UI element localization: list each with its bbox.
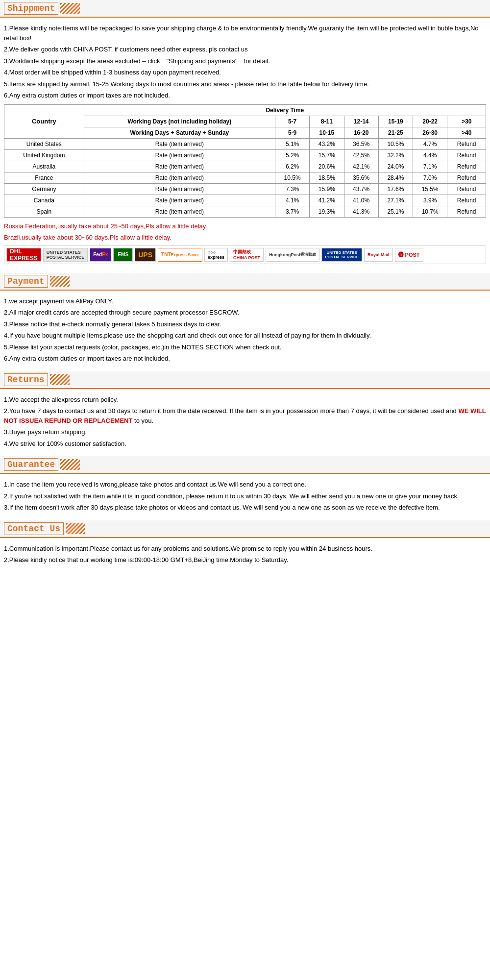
table-col2-26-30: 26-30 <box>413 127 447 138</box>
table-cell-val: 15.9% <box>310 183 344 195</box>
table-col2-40plus: >40 <box>447 127 486 138</box>
table-row: SpainRate (item arrived)3.7%19.3%41.3%25… <box>4 206 486 217</box>
table-cell-val: 3.9% <box>413 195 447 206</box>
table-cell-rate: Rate (item arrived) <box>84 172 275 183</box>
table-cell-val: 42.1% <box>344 161 378 172</box>
table-header-country: Country <box>4 104 84 138</box>
table-cell-rate: Rate (item arrived) <box>84 149 275 161</box>
payment-point-1: 1.we accept payment via AliPay ONLY. <box>4 296 486 306</box>
table-row: AustraliaRate (item arrived)6.2%20.6%42.… <box>4 161 486 172</box>
russia-note: Russia Federation,usually take about 25~… <box>4 221 486 231</box>
table-col-20-22: 20-22 <box>413 116 447 127</box>
returns-point-3: 3.Buyer pays return shipping. <box>4 427 486 437</box>
table-cell-val: Refund <box>447 206 486 217</box>
shippment-point-3: 3.Worldwide shipping except the areas ex… <box>4 56 486 66</box>
contact-title: Contact Us <box>4 522 64 535</box>
returns-point-4: 4.We strive for 100% customer satisfacti… <box>4 439 486 449</box>
payment-point-5: 5.Please list your special requests (col… <box>4 343 486 352</box>
table-col-rate-label: Working Days (not including holiday) <box>84 116 275 127</box>
table-cell-val: 5.2% <box>275 149 309 161</box>
table-row: GermanyRate (item arrived)7.3%15.9%43.7%… <box>4 183 486 195</box>
table-col2-16-20: 16-20 <box>344 127 378 138</box>
table-header-delivery-time: Delivery Time <box>84 104 486 116</box>
hkpost-logo: HongkongPost香港郵政 <box>266 248 319 262</box>
table-cell-val: 36.5% <box>344 138 378 149</box>
shippment-deco <box>60 3 80 14</box>
contact-point-1: 1.Communication is important.Please cont… <box>4 544 486 554</box>
shippment-title: Shippment <box>4 2 58 15</box>
table-cell-rate: Rate (item arrived) <box>84 183 275 195</box>
table-cell-val: 10.5% <box>378 138 413 149</box>
payment-point-3: 3.Please notice that e-check normally ge… <box>4 319 486 329</box>
table-cell-val: 5.1% <box>275 138 309 149</box>
payment-deco <box>50 276 70 287</box>
table-cell-country: Germany <box>4 183 84 195</box>
table-cell-val: 28.4% <box>378 172 413 183</box>
delivery-table: Country Delivery Time Working Days (not … <box>4 104 486 218</box>
guarantee-title: Guarantee <box>4 458 58 471</box>
table-cell-val: Refund <box>447 161 486 172</box>
table-col2-5-9: 5-9 <box>275 127 309 138</box>
table-col-5-7: 5-7 <box>275 116 309 127</box>
table-row: United StatesRate (item arrived)5.1%43.2… <box>4 138 486 149</box>
table-cell-val: Refund <box>447 183 486 195</box>
table-cell-val: 3.7% <box>275 206 309 217</box>
usps-logo: UNITED STATESPOSTAL SERVICE <box>43 248 88 262</box>
brazil-note: Brazil,usually take about 30~60 days.Pls… <box>4 233 486 243</box>
table-cell-country: Australia <box>4 161 84 172</box>
table-cell-rate: Rate (item arrived) <box>84 206 275 217</box>
table-cell-val: 17.6% <box>378 183 413 195</box>
table-cell-val: 41.2% <box>310 195 344 206</box>
table-cell-country: United Kingdom <box>4 149 84 161</box>
table-cell-val: Refund <box>447 195 486 206</box>
table-cell-country: Canada <box>4 195 84 206</box>
table-cell-val: 4.7% <box>413 138 447 149</box>
table-row: United KingdomRate (item arrived)5.2%15.… <box>4 149 486 161</box>
table-cell-val: 6.2% <box>275 161 309 172</box>
guarantee-point-1: 1.In case the item you received is wrong… <box>4 480 486 490</box>
table-cell-country: France <box>4 172 84 183</box>
guarantee-header: Guarantee <box>0 456 490 474</box>
contact-header: Contact Us <box>0 520 490 538</box>
payment-point-6: 6.Any extra custom duties or import taxe… <box>4 354 486 364</box>
payment-title: Payment <box>4 275 48 288</box>
returns-point-1: 1.We accept the aliexpress return policy… <box>4 395 486 405</box>
guarantee-point-3: 3.If the item doesn't work after 30 days… <box>4 503 486 513</box>
table-cell-val: Refund <box>447 149 486 161</box>
returns-header: Returns <box>0 371 490 389</box>
guarantee-point-2: 2.If you're not satisfied with the item … <box>4 491 486 501</box>
uspostal-logo: UNITED STATESPOSTAL SERVICE <box>321 248 362 262</box>
table-cell-val: 7.1% <box>413 161 447 172</box>
tnt-logo: TNTExpress Saver <box>158 248 202 262</box>
table-cell-val: 41.3% <box>344 206 378 217</box>
returns-deco <box>50 374 70 385</box>
returns-content: 1.We accept the aliexpress return policy… <box>0 393 490 457</box>
table-row: FranceRate (item arrived)10.5%18.5%35.6%… <box>4 172 486 183</box>
auspost-logo: 🅐 POST <box>395 248 423 262</box>
table-cell-val: 43.7% <box>344 183 378 195</box>
table-cell-val: 35.6% <box>344 172 378 183</box>
payment-content: 1.we accept payment via AliPay ONLY. 2.A… <box>0 294 490 371</box>
guarantee-section: Guarantee 1.In case the item you receive… <box>0 456 490 520</box>
table-cell-val: Refund <box>447 172 486 183</box>
cainiao-logo: ○○○express <box>204 248 228 262</box>
table-cell-val: 7.3% <box>275 183 309 195</box>
payment-section: Payment 1.we accept payment via AliPay O… <box>0 273 490 371</box>
table-cell-val: 20.6% <box>310 161 344 172</box>
ups-logo: UPS <box>135 248 156 262</box>
table-cell-val: 15.7% <box>310 149 344 161</box>
shippment-section: Shippment 1.Please kindly note:Items wil… <box>0 0 490 273</box>
shippment-content: 1.Please kindly note:Items will be repac… <box>0 22 490 273</box>
table-cell-country: Spain <box>4 206 84 217</box>
chinapost-logo: 中国邮政CHINA POST <box>230 248 264 262</box>
table-cell-val: 41.0% <box>344 195 378 206</box>
guarantee-content: 1.In case the item you received is wrong… <box>0 478 490 520</box>
returns-title: Returns <box>4 373 48 386</box>
table-cell-rate: Rate (item arrived) <box>84 161 275 172</box>
table-cell-val: 15.5% <box>413 183 447 195</box>
table-col-rate-label2: Working Days + Saturday + Sunday <box>84 127 275 138</box>
table-cell-val: 24.0% <box>378 161 413 172</box>
table-cell-val: 27.1% <box>378 195 413 206</box>
payment-point-2: 2.All major credit cards are accepted th… <box>4 308 486 318</box>
warning-refund: WE WILL NOT ISSUEA REFUND OR REPLACEMENT <box>4 407 486 424</box>
